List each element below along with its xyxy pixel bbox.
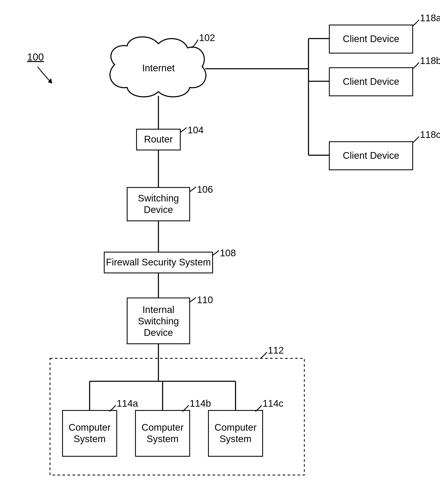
ref-108: 108 [220, 248, 236, 258]
ref-114a: 114a [117, 398, 138, 409]
client-device-a: Client Device [329, 25, 413, 53]
firewall-label: Firewall Security System [106, 257, 211, 267]
computer-system-b: Computer System [136, 411, 190, 456]
ref-112-leader [261, 352, 267, 358]
comp-a-label1: Computer [69, 422, 111, 433]
figure-ref: 100 [27, 52, 44, 63]
ref-112: 112 [268, 345, 284, 356]
internet-label: Internet [142, 63, 175, 73]
ref-104-leader [180, 128, 187, 132]
switching-label2: Device [144, 204, 173, 215]
ref-110-leader [190, 297, 196, 302]
firewall-box: Firewall Security System [104, 252, 213, 273]
ref-118a-leader [413, 20, 419, 26]
ref-110: 110 [197, 294, 213, 305]
router-label: Router [144, 134, 173, 145]
ref-118a: 118a [420, 13, 440, 23]
ref-102-leader [192, 40, 198, 48]
internet-cloud: Internet [110, 37, 206, 97]
router-box: Router [137, 129, 180, 150]
ref-108-leader [213, 251, 219, 255]
ref-118b: 118b [420, 55, 440, 66]
intswitch-label1: Internal [142, 304, 174, 315]
computer-system-a: Computer System [63, 411, 117, 456]
ref-118c-leader [413, 136, 419, 143]
ref-118b-leader [413, 63, 419, 69]
ref-102: 102 [199, 32, 215, 43]
ref-106: 106 [197, 184, 213, 195]
ref-118c: 118c [420, 129, 440, 140]
comp-c-label2: System [220, 433, 251, 444]
client-a-label: Client Device [343, 33, 399, 44]
comp-c-label1: Computer [215, 422, 257, 433]
client-device-b: Client Device [329, 68, 413, 96]
computer-system-c: Computer System [208, 411, 263, 456]
client-device-c: Client Device [329, 142, 413, 170]
ref-114b: 114b [190, 398, 211, 409]
ref-104: 104 [188, 125, 204, 135]
intswitch-label2: Switching [138, 316, 179, 327]
figure-ref-arrowhead [48, 78, 52, 83]
client-b-label: Client Device [343, 76, 399, 87]
comp-a-label2: System [74, 433, 106, 444]
comp-b-label1: Computer [141, 422, 184, 433]
switching-device-box: Switching Device [127, 187, 190, 221]
intswitch-label3: Device [144, 327, 173, 338]
ref-114c: 114c [263, 398, 283, 409]
switching-label1: Switching [138, 193, 179, 204]
internal-switching-box: Internal Switching Device [127, 298, 190, 344]
comp-b-label2: System [147, 433, 179, 444]
client-c-label: Client Device [343, 150, 399, 161]
ref-106-leader [190, 187, 196, 192]
